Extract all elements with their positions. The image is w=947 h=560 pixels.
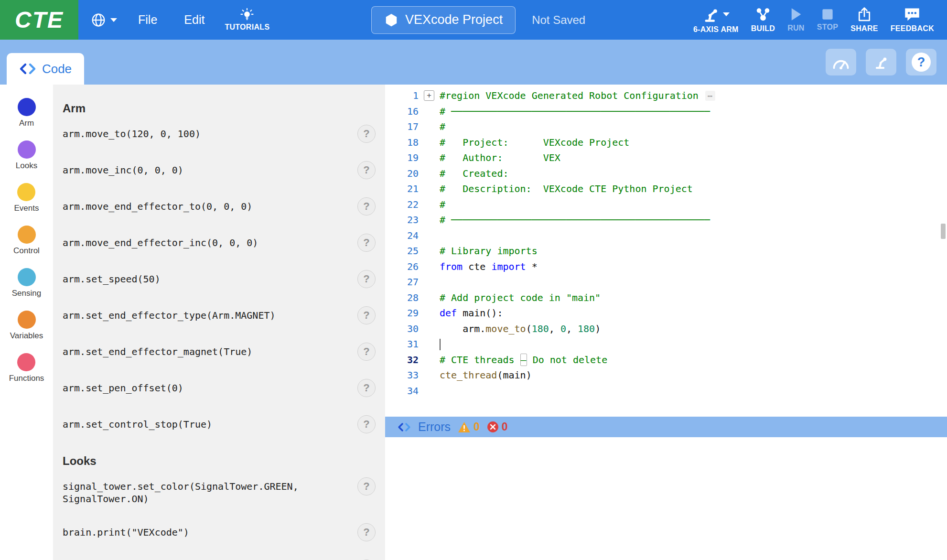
code-editor[interactable]: 1+#region VEXcode Generated Robot Config… [385, 85, 947, 417]
category-color-icon [18, 98, 36, 116]
command-help-button[interactable]: ? [357, 343, 376, 361]
code-token: # [440, 199, 445, 210]
warning-triangle-icon [458, 421, 471, 433]
palette-category-functions[interactable]: Functions [9, 353, 44, 383]
language-selector[interactable] [91, 12, 117, 28]
code-line: 23# ────────────────────────────────────… [385, 212, 947, 228]
code-brackets-icon [19, 63, 36, 75]
command-row[interactable]: arm.move_to(120, 0, 100)? [63, 128, 376, 143]
line-number: 21 [385, 183, 419, 194]
palette-category-arm[interactable]: Arm [18, 98, 36, 128]
code-text: # Description: VEXcode CTE Python Projec… [440, 183, 693, 194]
block-palette: ArmLooksEventsControlSensingVariablesFun… [0, 85, 53, 560]
palette-category-sensing[interactable]: Sensing [12, 268, 41, 298]
code-text: # ──────────────────────────────────────… [440, 214, 710, 226]
command-help-button[interactable]: ? [357, 161, 376, 179]
code-line: 27 [385, 274, 947, 290]
device-view-button[interactable] [866, 49, 896, 75]
code-text: # ──────────────────────────────────────… [440, 106, 710, 117]
code-token: # Description: VEXcode CTE Python Projec… [440, 183, 693, 194]
command-help-button[interactable]: ? [357, 477, 376, 495]
code-line: 17# [385, 119, 947, 135]
category-label: Control [13, 246, 40, 256]
help-button[interactable]: ? [906, 49, 936, 75]
category-color-icon [18, 268, 36, 286]
line-number: 33 [385, 369, 419, 381]
code-text: cte_thread(main) [440, 369, 532, 381]
stop-button[interactable]: STOP [811, 8, 844, 32]
globe-icon [91, 12, 106, 28]
menu-file[interactable]: File [125, 0, 171, 40]
cte-logo: CTE [0, 0, 78, 40]
errors-tab-bar: Errors 0 0 [385, 417, 947, 437]
share-button[interactable]: SHARE [844, 7, 884, 33]
code-token: # ──────────────────────────────────────… [440, 214, 710, 226]
code-line: 32# CTE threads – Do not delete [385, 352, 947, 368]
command-row[interactable]: brain.print("VEXcode")? [63, 526, 376, 541]
line-number: 31 [385, 338, 419, 350]
code-token: def [440, 307, 457, 319]
command-help-button[interactable]: ? [357, 523, 376, 541]
command-help-button[interactable]: ? [357, 197, 376, 215]
palette-category-events[interactable]: Events [14, 183, 39, 213]
code-line: 33cte_thread(main) [385, 367, 947, 383]
device-icon-row [702, 6, 730, 23]
run-button[interactable]: RUN [781, 7, 811, 32]
command-text: arm.move_inc(0, 0, 0) [63, 164, 183, 176]
code-token: 180 [578, 323, 595, 334]
command-help-button[interactable]: ? [357, 379, 376, 397]
palette-category-looks[interactable]: Looks [16, 140, 37, 171]
code-token: 180 [532, 323, 549, 334]
lightbulb-icon [240, 8, 254, 22]
command-row[interactable]: arm.move_inc(0, 0, 0)? [63, 164, 376, 179]
command-row[interactable]: arm.set_end_effector_magnet(True)? [63, 345, 376, 361]
line-number: 32 [385, 354, 419, 366]
scrollbar-thumb[interactable] [941, 224, 946, 239]
dashboard-button[interactable] [826, 49, 856, 75]
command-help-button[interactable]: ? [357, 270, 376, 288]
hexagon-icon [384, 13, 398, 27]
command-row[interactable]: arm.set_end_effector_type(Arm.MAGNET)? [63, 309, 376, 324]
project-name-button[interactable]: VEXcode Project [371, 6, 516, 34]
warning-count-value: 0 [474, 420, 480, 433]
command-text: arm.set_speed(50) [63, 273, 161, 285]
command-row[interactable]: arm.set_speed(50)? [63, 273, 376, 288]
category-color-icon [18, 311, 36, 329]
feedback-button[interactable]: FEEDBACK [884, 7, 940, 33]
category-color-icon [17, 183, 35, 201]
command-row[interactable]: signal_tower.set_color(SignalTower.GREEN… [63, 480, 376, 505]
command-row[interactable]: arm.set_control_stop(True)? [63, 418, 376, 433]
collapsed-region-indicator[interactable]: ⋯ [705, 91, 715, 101]
chevron-down-icon [110, 18, 117, 22]
palette-category-control[interactable]: Control [13, 226, 40, 256]
command-text: signal_tower.set_color(SignalTower.GREEN… [63, 480, 340, 505]
device-selector[interactable]: 6-AXIS ARM [687, 6, 745, 34]
category-color-icon [18, 226, 36, 244]
command-row[interactable]: arm.move_end_effector_inc(0, 0, 0)? [63, 237, 376, 252]
command-list: Armarm.move_to(120, 0, 100)?arm.move_inc… [53, 85, 385, 560]
project-name-label: VEXcode Project [405, 12, 503, 27]
category-label: Looks [16, 161, 37, 171]
command-help-button[interactable]: ? [357, 234, 376, 252]
code-token: – [520, 354, 527, 366]
command-help-button[interactable]: ? [357, 306, 376, 324]
menu-edit[interactable]: Edit [171, 0, 218, 40]
line-number: 28 [385, 292, 419, 303]
errors-tab-label[interactable]: Errors [418, 420, 451, 434]
code-token: 0 [560, 323, 566, 334]
palette-category-variables[interactable]: Variables [10, 311, 43, 341]
play-icon [789, 7, 803, 22]
fold-icon[interactable]: + [424, 90, 434, 101]
category-label: Variables [10, 331, 43, 341]
line-number: 24 [385, 230, 419, 241]
command-help-button[interactable]: ? [357, 125, 376, 143]
tab-code[interactable]: Code [7, 53, 84, 85]
command-row[interactable]: arm.move_end_effector_to(0, 0, 0)? [63, 200, 376, 215]
build-button[interactable]: BUILD [745, 7, 781, 33]
stop-icon [821, 8, 834, 21]
command-help-button[interactable]: ? [357, 415, 376, 433]
command-row[interactable]: arm.set_pen_offset(0)? [63, 382, 376, 397]
question-mark-icon: ? [912, 53, 931, 72]
tutorials-button[interactable]: TUTORIALS [225, 8, 269, 32]
line-number: 22 [385, 199, 419, 210]
